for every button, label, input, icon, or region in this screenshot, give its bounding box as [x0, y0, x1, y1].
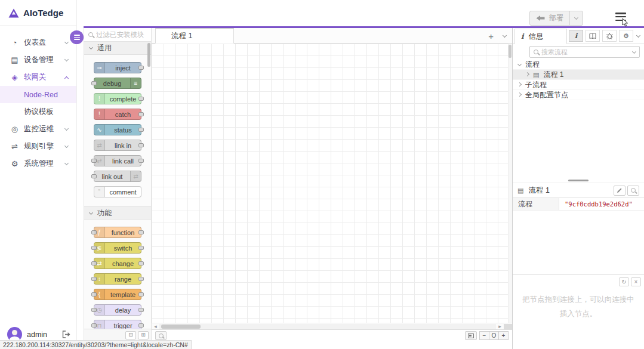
- complete-icon: !: [94, 94, 105, 104]
- palette-node-change[interactable]: ⇄ change: [94, 258, 141, 269]
- palette-node-template[interactable]: { template: [94, 289, 141, 300]
- debug-icon: ≡: [130, 78, 141, 88]
- sidebar-item-label: 设备管理: [24, 55, 54, 65]
- inject-icon: ⇒: [94, 63, 105, 73]
- chevron-down-icon: [64, 161, 69, 165]
- deploy-button[interactable]: 部署: [529, 11, 583, 26]
- flow-property-row: 流程 "9cf0cddb19e2d62d": [513, 198, 644, 211]
- output-port: [138, 97, 144, 101]
- flow-detail-title: 流程 1: [528, 186, 549, 196]
- catch-icon: !: [94, 109, 105, 119]
- palette-node-debug[interactable]: debug ≡: [94, 78, 141, 89]
- trigger-icon: ⊓: [94, 320, 105, 329]
- sidebar-menu: ◔ 仪表盘 ▤ 设备管理 ◈ 软网关 Node-Red 协议模板 ◎: [0, 26, 76, 172]
- palette-category-common[interactable]: 通用: [84, 42, 151, 55]
- palette-node-link-in[interactable]: ⇄ link in: [94, 140, 141, 151]
- app-sidebar: AIoTedge ◔ 仪表盘 ▤ 设备管理 ◈ 软网关: [0, 0, 77, 349]
- sidebar-item-system[interactable]: ⚙ 系统管理: [0, 155, 76, 172]
- link-call-icon: ⇄: [94, 156, 105, 166]
- refresh-tip-button[interactable]: ↻: [619, 277, 629, 286]
- output-port: [138, 112, 144, 116]
- gear-icon: ⚙: [10, 159, 19, 168]
- flow-detail-header: ▤ 流程 1: [513, 183, 644, 198]
- dashboard-icon: ◔: [10, 38, 19, 47]
- chevron-down-icon: [89, 45, 93, 50]
- sidebar-item-dashboard[interactable]: ◔ 仪表盘: [0, 34, 76, 51]
- navigator-toggle-button[interactable]: [465, 331, 477, 340]
- logout-button[interactable]: [62, 331, 70, 338]
- palette-node-catch[interactable]: ! catch: [94, 109, 141, 120]
- palette-node-trigger[interactable]: ⊓ trigger: [94, 320, 141, 329]
- sidebar-item-protocol-template[interactable]: 协议模板: [0, 103, 76, 121]
- focus-search-button[interactable]: [627, 186, 639, 196]
- collapse-all-categories-button[interactable]: ⊟: [125, 331, 136, 339]
- zoom-in-button[interactable]: +: [498, 331, 509, 340]
- flow-search-input[interactable]: [541, 48, 630, 55]
- zoom-out-button[interactable]: −: [479, 331, 489, 340]
- chevron-down-icon: [503, 33, 507, 38]
- tree-item-global-config[interactable]: 全局配置节点: [513, 90, 644, 100]
- sidebar-item-label: 系统管理: [24, 159, 54, 169]
- canvas-horizontal-scrollbar: ◂ ▸: [152, 323, 512, 329]
- add-flow-button[interactable]: +: [488, 32, 494, 41]
- devices-icon: ▤: [10, 55, 19, 64]
- flow-detail-tools: [614, 186, 639, 196]
- expand-all-categories-button[interactable]: ⊞: [138, 331, 149, 339]
- close-tip-button[interactable]: ×: [631, 277, 641, 286]
- sidebar-options-button[interactable]: [636, 35, 641, 37]
- flow-canvas-grid[interactable]: [152, 44, 512, 323]
- palette-scrollbar-thumb[interactable]: [147, 43, 150, 67]
- palette-node-link-call[interactable]: ⇄ link call: [94, 155, 141, 166]
- tab-help-button[interactable]: [586, 30, 600, 42]
- sidebar-item-node-red[interactable]: Node-Red: [0, 86, 76, 103]
- sidebar-item-devices[interactable]: ▤ 设备管理: [0, 51, 76, 69]
- menu-bar: [615, 16, 626, 18]
- edit-flow-button[interactable]: [614, 186, 625, 196]
- palette-node-function[interactable]: ƒ function: [94, 227, 141, 238]
- canvas-search-button[interactable]: [155, 331, 167, 340]
- scroll-left-button[interactable]: ◂: [152, 323, 159, 329]
- sidebar-item-monitoring[interactable]: ◎ 监控运维: [0, 121, 76, 138]
- panel-splitter[interactable]: [513, 178, 644, 183]
- tree-item-subflows[interactable]: 子流程: [513, 80, 644, 90]
- palette-search: [84, 28, 151, 42]
- palette-node-complete[interactable]: ! complete: [94, 93, 141, 104]
- palette-node-comment[interactable]: “ comment: [94, 186, 141, 197]
- palette-search-input[interactable]: [96, 31, 147, 38]
- canvas-vertical-scrollbar[interactable]: [508, 44, 512, 323]
- sidebar-item-rule-engine[interactable]: ⇌ 规则引擎: [0, 138, 76, 155]
- palette-category-function[interactable]: 功能: [84, 206, 151, 220]
- output-port: [138, 308, 144, 312]
- link-in-icon: ⇄: [94, 140, 105, 150]
- deploy-options-button[interactable]: [569, 11, 583, 25]
- tab-config-button[interactable]: ⚙: [619, 30, 633, 42]
- flow-list-button[interactable]: [503, 35, 506, 37]
- output-port: [138, 323, 144, 328]
- splitter-handle[interactable]: [568, 180, 588, 181]
- tree-item-flow1[interactable]: ▤ 流程 1: [513, 70, 644, 80]
- sidebar-subitem-label: Node-Red: [24, 91, 58, 99]
- palette-node-range[interactable]: ↕ range: [94, 273, 141, 285]
- palette-node-inject[interactable]: ⇒ inject: [94, 62, 141, 73]
- scroll-right-button[interactable]: ▸: [496, 323, 504, 329]
- palette-node-status[interactable]: ∿ status: [94, 124, 141, 135]
- tab-info-button[interactable]: i: [569, 30, 583, 42]
- logo-text: AIoTedge: [23, 8, 63, 18]
- horizontal-scrollbar-thumb[interactable]: [161, 325, 201, 329]
- output-port: [138, 292, 144, 297]
- palette-node-link-out[interactable]: link out ⇄: [94, 171, 141, 182]
- sidebar-collapse-button[interactable]: [70, 30, 84, 44]
- tab-info[interactable]: i 信息: [514, 29, 567, 44]
- chevron-down-icon: [517, 61, 522, 66]
- horizontal-scrollbar-track[interactable]: [159, 324, 496, 329]
- flow-id-value: "9cf0cddb19e2d62d": [559, 198, 644, 210]
- zoom-reset-button[interactable]: O: [489, 331, 499, 340]
- tab-debug-button[interactable]: [602, 30, 617, 42]
- sidebar-item-gateway[interactable]: ◈ 软网关: [0, 69, 76, 86]
- menu-bar: [615, 13, 626, 14]
- palette-node-switch[interactable]: ≶ switch: [94, 242, 141, 254]
- palette-node-delay[interactable]: ◷ delay: [94, 304, 141, 316]
- vertical-scrollbar-thumb[interactable]: [509, 45, 511, 58]
- workspace-tab-flow1[interactable]: 流程 1: [155, 28, 234, 44]
- tree-item-flows[interactable]: 流程: [513, 60, 644, 70]
